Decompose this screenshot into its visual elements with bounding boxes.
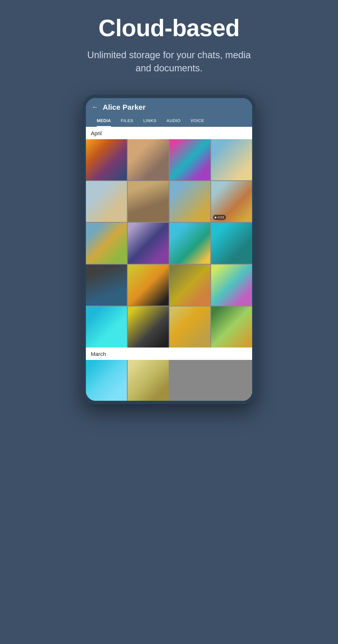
photo-item[interactable] <box>211 223 252 264</box>
phone-mockup: ← Alice Parker MEDIA FILES LINKS AUDIO V… <box>82 94 256 404</box>
tab-files[interactable]: FILES <box>116 116 138 127</box>
photo-item[interactable] <box>86 181 127 222</box>
photo-item[interactable] <box>128 181 169 222</box>
month-march: March <box>86 348 252 360</box>
photo-item[interactable] <box>86 139 127 180</box>
photo-item[interactable] <box>86 306 127 348</box>
month-april: April <box>86 127 252 139</box>
photo-item[interactable] <box>128 306 169 348</box>
video-item[interactable]: ▶ 0:03 <box>211 181 252 222</box>
photo-item[interactable] <box>86 360 127 401</box>
photo-item[interactable] <box>169 139 211 180</box>
play-icon: ▶ <box>215 216 217 219</box>
tab-audio[interactable]: AUDIO <box>161 116 185 127</box>
photo-item[interactable] <box>169 306 211 348</box>
video-duration-label: 0:03 <box>218 216 224 219</box>
april-photo-grid: ▶ 0:03 <box>86 139 252 348</box>
photo-item[interactable] <box>86 264 127 306</box>
photo-item[interactable] <box>169 181 211 222</box>
photo-item[interactable] <box>128 264 169 306</box>
photo-item[interactable] <box>169 223 211 264</box>
march-section: March <box>86 348 252 401</box>
back-button[interactable]: ← <box>92 103 98 111</box>
photo-item[interactable] <box>211 139 252 180</box>
photo-item[interactable] <box>128 223 169 264</box>
tab-voice[interactable]: VOICE <box>186 116 209 127</box>
photo-item[interactable] <box>128 139 169 180</box>
app-header: ← Alice Parker MEDIA FILES LINKS AUDIO V… <box>86 98 252 127</box>
page-headline: Cloud-based <box>98 15 240 41</box>
march-photo-grid <box>86 360 252 401</box>
chat-title: Alice Parker <box>103 103 145 112</box>
tab-links[interactable]: LINKS <box>138 116 162 127</box>
tab-media[interactable]: MEDIA <box>92 116 116 127</box>
video-duration-badge: ▶ 0:03 <box>213 215 226 220</box>
tabs-row: MEDIA FILES LINKS AUDIO VOICE <box>92 116 246 127</box>
photo-item[interactable] <box>169 264 211 306</box>
phone-screen: ← Alice Parker MEDIA FILES LINKS AUDIO V… <box>86 98 252 401</box>
photo-item[interactable] <box>211 264 252 306</box>
page-subheadline: Unlimited storage for your chats, media … <box>82 48 256 75</box>
media-content: April ▶ 0:03 <box>86 127 252 401</box>
photo-item[interactable] <box>86 223 127 264</box>
photo-item[interactable] <box>211 306 252 348</box>
photo-item[interactable] <box>128 360 169 401</box>
